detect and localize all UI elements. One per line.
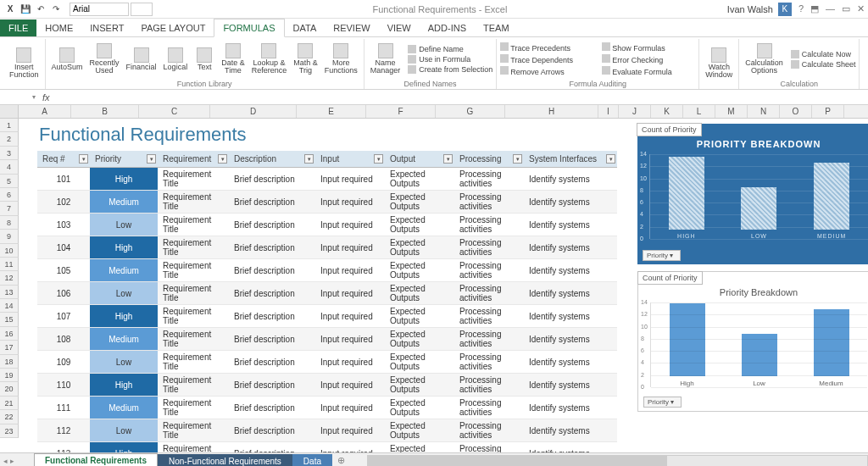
table-cell[interactable]: Expected Outputs	[385, 282, 454, 305]
table-cell[interactable]: Low	[90, 214, 158, 236]
table-row[interactable]: 110HighRequirement TitleBrief descriptio…	[37, 374, 617, 397]
table-cell[interactable]: Low	[90, 282, 158, 305]
col-header-O[interactable]: O	[780, 105, 812, 118]
table-cell[interactable]: Expected Outputs	[385, 214, 454, 236]
filter-icon[interactable]: ▾	[374, 154, 383, 164]
table-cell[interactable]: 109	[37, 351, 90, 374]
table-row[interactable]: 113HighRequirement TitleBrief descriptio…	[37, 442, 617, 453]
table-cell[interactable]: Requirement Title	[158, 259, 229, 282]
ribbon-collapse-icon[interactable]: ⬒	[810, 3, 819, 14]
table-cell[interactable]: 112	[37, 419, 90, 442]
table-cell[interactable]: Brief description	[229, 442, 315, 453]
chart-priority-light[interactable]: Count of Priority Priority Breakdown 024…	[637, 271, 868, 412]
table-cell[interactable]: Identify systems	[524, 214, 617, 236]
col-header-B[interactable]: B	[71, 105, 139, 118]
table-cell[interactable]: Input required	[315, 351, 385, 374]
row-header[interactable]: 2	[0, 132, 19, 146]
maximize-icon[interactable]: ▭	[842, 3, 850, 14]
sheet-tab-data[interactable]: Data	[292, 454, 332, 467]
table-cell[interactable]: Processing activities	[454, 191, 524, 214]
row-header[interactable]: 8	[0, 216, 19, 230]
ribbon-btn-error-checking[interactable]: Error Checking	[602, 54, 695, 64]
table-cell[interactable]: Brief description	[229, 328, 315, 351]
row-header[interactable]: 17	[0, 341, 19, 354]
select-all-corner[interactable]	[0, 105, 19, 118]
ribbon-tab-review[interactable]: REVIEW	[325, 19, 378, 36]
table-cell[interactable]: Input required	[315, 397, 385, 419]
table-header-req-[interactable]: Req #▾	[37, 151, 90, 168]
table-cell[interactable]: 111	[37, 397, 90, 419]
col-header-A[interactable]: A	[19, 105, 71, 118]
table-cell[interactable]: Input required	[315, 374, 385, 397]
ribbon-btn-insert-function[interactable]: InsertFunction	[7, 39, 42, 87]
ribbon-btn-evaluate-formula[interactable]: Evaluate Formula	[602, 66, 695, 76]
table-row[interactable]: 105MediumRequirement TitleBrief descript…	[37, 259, 617, 282]
ribbon-btn-calculate-sheet[interactable]: Calculate Sheet	[791, 59, 856, 69]
table-cell[interactable]: Brief description	[229, 236, 315, 259]
col-header-E[interactable]: E	[297, 105, 366, 118]
ribbon-btn-math-trig[interactable]: Math &Trig	[291, 39, 320, 79]
add-sheet-icon[interactable]: ⊕	[332, 455, 350, 466]
table-cell[interactable]: 107	[37, 305, 90, 328]
table-cell[interactable]: 113	[37, 442, 90, 453]
col-header-F[interactable]: F	[366, 105, 436, 118]
table-row[interactable]: 109LowRequirement TitleBrief description…	[37, 351, 617, 374]
ribbon-btn-show-formulas[interactable]: Show Formulas	[602, 42, 695, 53]
filter-icon[interactable]: ▾	[147, 154, 156, 164]
ribbon-btn-recently-used[interactable]: RecentlyUsed	[87, 39, 122, 79]
filter-icon[interactable]: ▾	[79, 154, 88, 164]
table-cell[interactable]: Requirement Title	[158, 442, 229, 453]
table-cell[interactable]: Input required	[315, 305, 385, 328]
ribbon-btn-name-manager[interactable]: NameManager	[368, 39, 403, 79]
filter-icon[interactable]: ▾	[513, 154, 522, 164]
table-header-processing[interactable]: Processing▾	[454, 151, 524, 168]
row-header[interactable]: 1	[0, 119, 19, 132]
font-size-input[interactable]	[131, 3, 153, 16]
table-header-system-interfaces[interactable]: System Interfaces▾	[524, 151, 617, 168]
fx-icon[interactable]: fx	[37, 92, 55, 103]
table-row[interactable]: 112LowRequirement TitleBrief description…	[37, 419, 617, 442]
ribbon-btn-trace-precedents[interactable]: Trace Precedents	[500, 42, 593, 53]
table-cell[interactable]: Input required	[315, 442, 385, 453]
ribbon-tab-formulas[interactable]: FORMULAS	[214, 19, 284, 37]
table-cell[interactable]: Medium	[90, 328, 158, 351]
table-cell[interactable]: Input required	[315, 236, 385, 259]
table-cell[interactable]: Requirement Title	[158, 351, 229, 374]
sheet-nav[interactable]: ◂ ▸	[3, 457, 14, 465]
table-cell[interactable]: Brief description	[229, 374, 315, 397]
chart-chip[interactable]: Count of Priority	[637, 123, 702, 136]
col-header-H[interactable]: H	[505, 105, 598, 118]
table-cell[interactable]: 102	[37, 191, 90, 214]
table-cell[interactable]: Brief description	[229, 419, 315, 442]
filter-icon[interactable]: ▾	[218, 154, 227, 164]
ribbon-tab-view[interactable]: VIEW	[379, 19, 420, 36]
table-cell[interactable]: High	[90, 305, 158, 328]
table-cell[interactable]: Expected Outputs	[385, 259, 454, 282]
col-header-M[interactable]: M	[715, 105, 748, 118]
table-cell[interactable]: 108	[37, 328, 90, 351]
user-badge[interactable]: K	[778, 3, 792, 16]
row-header[interactable]: 4	[0, 160, 19, 174]
table-cell[interactable]: Input required	[315, 282, 385, 305]
table-cell[interactable]: 105	[37, 259, 90, 282]
table-cell[interactable]: Identify systems	[524, 397, 617, 419]
table-cell[interactable]: Processing activities	[454, 374, 524, 397]
table-cell[interactable]: Input required	[315, 328, 385, 351]
sheet-tab-functional-requirements[interactable]: Functional Requirements	[34, 453, 158, 467]
row-header[interactable]: 5	[0, 175, 19, 188]
undo-icon[interactable]: ↶	[34, 3, 47, 16]
table-cell[interactable]: Expected Outputs	[385, 419, 454, 442]
table-cell[interactable]: Identify systems	[524, 328, 617, 351]
table-cell[interactable]: Identify systems	[524, 419, 617, 442]
ribbon-btn-use-in-formula[interactable]: Use in Formula	[408, 54, 492, 64]
col-header-G[interactable]: G	[436, 105, 505, 118]
row-header[interactable]: 20	[0, 382, 19, 396]
sheet-tab-non-functional-requirements[interactable]: Non-Functional Requirements	[158, 454, 292, 467]
table-cell[interactable]: Requirement Title	[158, 328, 229, 351]
ribbon-tab-page-layout[interactable]: PAGE LAYOUT	[132, 19, 214, 36]
minimize-icon[interactable]: —	[826, 3, 835, 14]
table-header-description[interactable]: Description▾	[229, 151, 315, 168]
table-cell[interactable]: Requirement Title	[158, 236, 229, 259]
row-header[interactable]: 21	[0, 397, 19, 410]
chart-filter[interactable]: Priority ▾	[643, 250, 681, 261]
